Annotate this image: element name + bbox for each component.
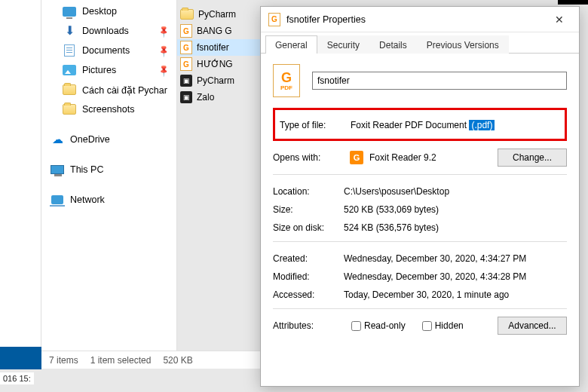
nav-label: Cách cài đặt Pychar <box>82 84 167 96</box>
properties-dialog: G fsnotifer Properties ✕ GeneralSecurity… <box>260 6 580 387</box>
dialog-title: fsnotifer Properties <box>286 14 538 25</box>
thispc-icon <box>51 164 64 176</box>
file-name: fsnotifer <box>197 42 229 53</box>
explorer-backdrop-accent <box>0 347 41 369</box>
modified-value: Wednesday, December 30, 2020, 4:34:28 PM <box>344 271 567 282</box>
file-name: PyCharm <box>198 9 236 20</box>
type-highlight: Type of file: Foxit Reader PDF Document … <box>273 108 567 141</box>
nav-custom-folder[interactable]: Cách cài đặt Pychar <box>41 80 176 100</box>
pictures-icon <box>63 64 76 76</box>
size-value: 520 KB (533,069 bytes) <box>344 204 567 215</box>
accessed-label: Accessed: <box>273 289 344 300</box>
filename-input[interactable] <box>312 72 567 90</box>
nav-label: Network <box>70 194 105 205</box>
status-item-count: 7 items <box>49 355 78 366</box>
tab-security[interactable]: Security <box>317 35 369 54</box>
foxit-icon: G <box>350 151 363 164</box>
file-row[interactable]: PyCharm <box>177 6 260 23</box>
accessed-value: Today, December 30, 2020, 1 minute ago <box>344 289 567 300</box>
nav-downloads[interactable]: ⬇ Downloads 📌 <box>41 21 176 41</box>
nav-label: Pictures <box>82 65 116 75</box>
folder-icon <box>180 8 194 20</box>
separator <box>273 174 567 175</box>
file-name: Zalo <box>197 92 214 103</box>
file-row[interactable]: Gfsnotifer <box>177 39 260 56</box>
file-row[interactable]: GHƯỚNG <box>177 56 260 72</box>
nav-thispc[interactable]: This PC <box>41 160 176 179</box>
nav-label: Screenshots <box>82 104 134 115</box>
pin-icon: 📌 <box>156 43 170 57</box>
file-name: BANG G <box>197 26 232 36</box>
created-value: Wednesday, December 30, 2020, 4:34:27 PM <box>344 253 567 264</box>
location-value: C:\Users\posuser\Desktop <box>344 186 567 197</box>
readonly-checkbox[interactable]: Read-only <box>351 320 406 331</box>
modified-label: Modified: <box>273 271 344 282</box>
file-row[interactable]: ▣Zalo <box>177 89 260 106</box>
created-label: Created: <box>273 253 344 264</box>
dialog-tabs: GeneralSecurityDetailsPrevious Versions <box>261 32 579 54</box>
pin-icon: 📌 <box>156 23 170 38</box>
explorer-nav-pane: Desktop ⬇ Downloads 📌 Documents 📌 Pictur… <box>41 0 177 351</box>
pdf-icon: G <box>180 41 192 54</box>
exe-icon: ▣ <box>180 75 192 87</box>
opens-with-value: Foxit Reader 9.2 <box>369 152 436 163</box>
status-size: 520 KB <box>163 355 192 366</box>
desktop-icon <box>63 5 76 17</box>
download-icon: ⬇ <box>63 25 76 37</box>
folder-icon <box>63 103 76 115</box>
documents-icon <box>63 44 76 57</box>
explorer-backdrop <box>0 0 41 347</box>
dialog-titlebar[interactable]: G fsnotifer Properties ✕ <box>261 7 579 32</box>
nav-label: OneDrive <box>70 134 110 145</box>
file-list: PyCharmGBANG GGfsnotiferGHƯỚNG▣PyCharm▣Z… <box>177 6 260 106</box>
opens-with-label: Opens with: <box>273 152 344 163</box>
nav-documents[interactable]: Documents 📌 <box>41 41 176 60</box>
separator <box>273 241 567 242</box>
hidden-checkbox[interactable]: Hidden <box>422 320 464 331</box>
location-label: Location: <box>273 186 344 197</box>
window-edge <box>558 0 588 5</box>
dialog-body-general: GPDF Type of file: Foxit Reader PDF Docu… <box>261 54 579 386</box>
advanced-button[interactable]: Advanced... <box>498 317 567 335</box>
nav-label: Documents <box>82 45 130 56</box>
network-icon <box>51 194 64 206</box>
tab-general[interactable]: General <box>265 35 317 54</box>
file-name: HƯỚNG <box>197 59 233 69</box>
explorer-statusbar: 7 items 1 item selected 520 KB <box>41 351 260 369</box>
nav-label: Desktop <box>82 6 117 17</box>
file-row[interactable]: GBANG G <box>177 23 260 39</box>
pdf-large-icon: GPDF <box>273 64 300 97</box>
tab-previous-versions[interactable]: Previous Versions <box>417 35 509 54</box>
type-extension: (.pdf) <box>469 120 495 130</box>
pdf-icon: G <box>180 24 192 38</box>
pdf-icon: G <box>180 57 192 71</box>
folder-icon <box>63 84 76 96</box>
change-button[interactable]: Change... <box>498 149 567 167</box>
pin-icon: 📌 <box>156 63 170 77</box>
attributes-label: Attributes: <box>273 320 344 331</box>
exe-icon: ▣ <box>180 91 192 103</box>
size-label: Size: <box>273 204 344 215</box>
type-label: Type of file: <box>280 120 351 130</box>
nav-screenshots[interactable]: Screenshots <box>41 100 176 119</box>
type-value: Foxit Reader PDF Document (.pdf) <box>351 120 560 130</box>
separator <box>273 308 567 309</box>
nav-label: Downloads <box>82 26 129 36</box>
pdf-icon: G <box>268 13 280 26</box>
nav-pictures[interactable]: Pictures 📌 <box>41 60 176 80</box>
file-row[interactable]: ▣PyCharm <box>177 72 260 89</box>
nav-desktop[interactable]: Desktop <box>41 2 176 21</box>
size-on-disk-label: Size on disk: <box>273 222 344 233</box>
partial-timestamp: 016 15: <box>0 372 34 384</box>
onedrive-icon: ☁ <box>51 133 64 145</box>
size-on-disk-value: 524 KB (536,576 bytes) <box>344 222 567 233</box>
status-selected: 1 item selected <box>90 355 152 366</box>
nav-onedrive[interactable]: ☁ OneDrive <box>41 130 176 149</box>
nav-network[interactable]: Network <box>41 190 176 210</box>
tab-details[interactable]: Details <box>369 35 417 54</box>
close-button[interactable]: ✕ <box>544 9 574 30</box>
nav-label: This PC <box>70 164 103 175</box>
file-name: PyCharm <box>197 75 234 86</box>
